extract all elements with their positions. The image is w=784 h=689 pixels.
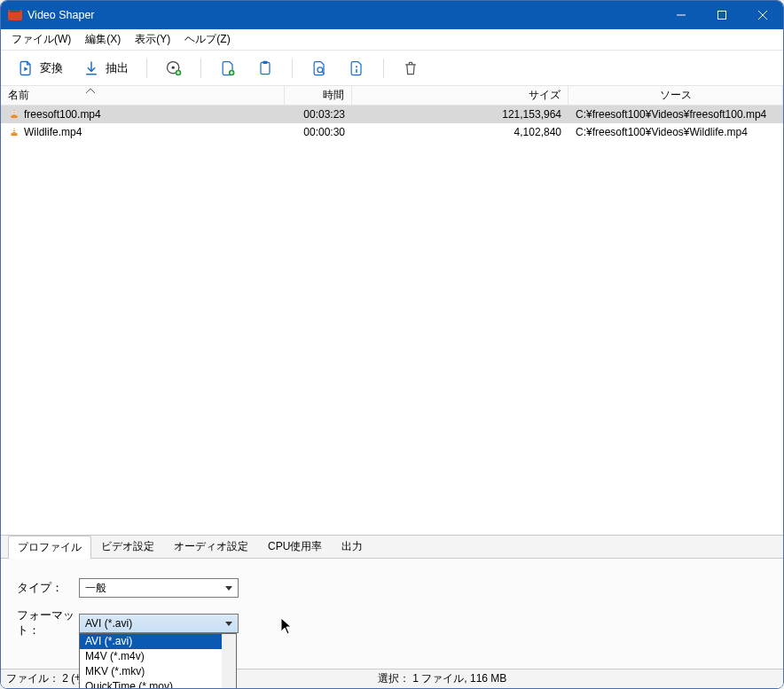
disc-button[interactable]	[161, 56, 186, 81]
svg-rect-12	[12, 133, 18, 136]
tab-cpu[interactable]: CPU使用率	[258, 535, 332, 558]
format-dropdown[interactable]: AVI (*.avi)M4V (*.m4v)MKV (*.mkv)QuickTi…	[79, 633, 237, 689]
file-name: freesoft100.mp4	[24, 108, 101, 121]
svg-rect-9	[12, 115, 18, 118]
type-combo[interactable]: 一般	[79, 578, 239, 598]
svg-rect-5	[261, 62, 270, 74]
format-option[interactable]: AVI (*.avi)	[80, 634, 236, 649]
table-row[interactable]: Wildlife.mp400:00:304,102,840C:¥freesoft…	[1, 123, 783, 141]
svg-rect-11	[12, 114, 16, 114]
svg-rect-0	[718, 12, 726, 20]
app-icon	[8, 10, 22, 20]
paste-button[interactable]	[253, 56, 278, 81]
extract-button[interactable]: 抽出	[79, 56, 132, 81]
column-time[interactable]: 時間	[285, 86, 352, 105]
delete-button[interactable]	[398, 56, 423, 81]
type-label: タイプ：	[17, 581, 79, 596]
svg-point-7	[318, 67, 323, 72]
profile-form: タイプ： 一般 フォーマット： AVI (*.avi) AVI (*.avi)M…	[1, 559, 783, 669]
tab-profile[interactable]: プロファイル	[8, 536, 91, 559]
menu-view[interactable]: 表示(Y)	[128, 30, 177, 49]
tab-audio[interactable]: オーディオ設定	[164, 535, 258, 558]
toolbar-separator	[146, 59, 147, 78]
toolbar-separator	[200, 59, 201, 78]
file-name: Wildlife.mp4	[24, 126, 82, 138]
svg-rect-10	[13, 112, 16, 113]
file-list[interactable]: freesoft100.mp400:03:23121,153,964C:¥fre…	[1, 106, 783, 535]
svg-point-8	[356, 66, 357, 67]
convert-label: 変換	[40, 60, 63, 76]
format-option[interactable]: M4V (*.m4v)	[80, 649, 236, 664]
tab-video[interactable]: ビデオ設定	[91, 535, 164, 558]
app-window: Video Shaper ファイル(W) 編集(X) 表示(Y) ヘルプ(Z) …	[0, 0, 784, 689]
minimize-button[interactable]	[661, 1, 702, 29]
toolbar: 変換 抽出	[1, 51, 783, 86]
titlebar: Video Shaper	[1, 1, 783, 29]
file-info-button[interactable]	[344, 56, 369, 81]
file-size: 121,153,964	[352, 108, 568, 121]
file-search-button[interactable]	[307, 56, 332, 81]
toolbar-separator	[383, 59, 384, 78]
format-option[interactable]: QuickTime (*.mov)	[80, 679, 236, 689]
close-button[interactable]	[742, 1, 783, 29]
file-add-button[interactable]	[216, 56, 240, 81]
file-source: C:¥freesoft100¥Videos¥freesoft100.mp4	[568, 108, 783, 121]
format-option[interactable]: MKV (*.mkv)	[80, 664, 236, 679]
window-title: Video Shaper	[27, 9, 95, 21]
column-source[interactable]: ソース	[568, 86, 783, 105]
cursor-icon	[281, 618, 294, 636]
svg-rect-14	[12, 131, 16, 132]
svg-rect-13	[13, 129, 16, 130]
vlc-icon	[8, 126, 20, 138]
maximize-button[interactable]	[702, 1, 742, 29]
menubar: ファイル(W) 編集(X) 表示(Y) ヘルプ(Z)	[1, 29, 783, 51]
toolbar-separator	[292, 59, 293, 78]
dropdown-scrollbar[interactable]	[222, 634, 236, 689]
file-time: 00:00:30	[285, 126, 352, 138]
vlc-icon	[8, 108, 20, 121]
file-time: 00:03:23	[285, 108, 352, 121]
menu-file[interactable]: ファイル(W)	[4, 30, 78, 49]
tab-row: プロファイル ビデオ設定 オーディオ設定 CPU使用率 出力	[1, 536, 783, 559]
column-size[interactable]: サイズ	[352, 86, 568, 105]
svg-rect-6	[263, 60, 268, 63]
svg-point-2	[172, 66, 175, 68]
column-name[interactable]: 名前	[1, 86, 285, 105]
file-size: 4,102,840	[352, 126, 568, 138]
convert-button[interactable]: 変換	[13, 56, 67, 81]
list-header: 名前 時間 サイズ ソース	[1, 86, 783, 106]
sort-indicator-icon	[86, 89, 95, 94]
format-combo[interactable]: AVI (*.avi) AVI (*.avi)M4V (*.m4v)MKV (*…	[79, 614, 239, 633]
extract-label: 抽出	[106, 60, 129, 76]
menu-edit[interactable]: 編集(X)	[78, 30, 128, 49]
menu-help[interactable]: ヘルプ(Z)	[177, 30, 237, 49]
file-source: C:¥freesoft100¥Videos¥Wildlife.mp4	[568, 126, 783, 138]
format-label: フォーマット：	[17, 608, 79, 638]
table-row[interactable]: freesoft100.mp400:03:23121,153,964C:¥fre…	[1, 106, 783, 123]
bottom-pane: プロファイル ビデオ設定 オーディオ設定 CPU使用率 出力 タイプ： 一般 フ…	[1, 535, 783, 688]
tab-output[interactable]: 出力	[332, 535, 372, 558]
